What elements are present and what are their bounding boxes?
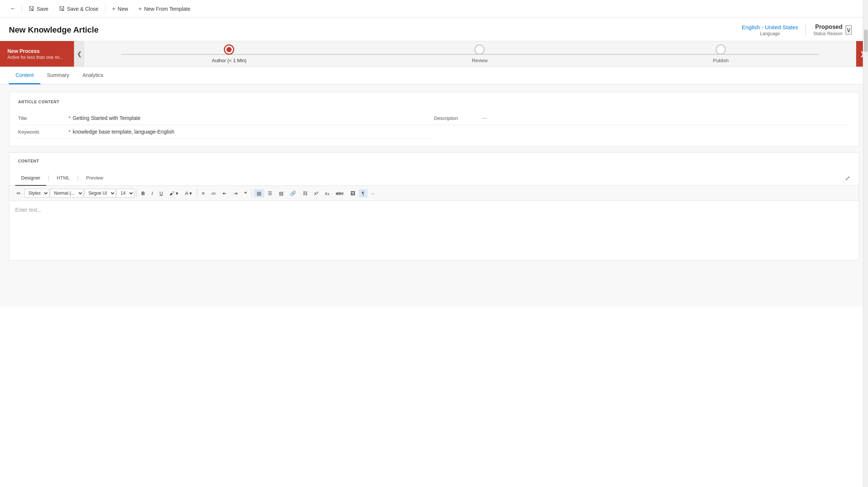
scrollbar-thumb[interactable] bbox=[864, 30, 868, 52]
title-value[interactable]: Getting Started with Template bbox=[73, 115, 140, 121]
keywords-required: * bbox=[68, 129, 70, 135]
status-text: Proposed Status Reason bbox=[813, 24, 842, 36]
highlight-button[interactable]: 🖌 ▾ bbox=[166, 189, 181, 198]
step-label-author: Author (< 1 Min) bbox=[212, 58, 247, 63]
tab-summary[interactable]: Summary bbox=[40, 67, 76, 84]
italic-icon: I bbox=[151, 191, 153, 196]
save-label: Save bbox=[37, 6, 48, 12]
status-chevron-button[interactable]: ∨ bbox=[845, 25, 852, 35]
align-full-button[interactable]: ▤ bbox=[254, 189, 264, 198]
save-close-button[interactable]: 🖫 Save & Close bbox=[54, 3, 104, 14]
process-label-block[interactable]: New Process Active for less than one mi.… bbox=[0, 41, 74, 67]
header-right: English - United States Language Propose… bbox=[734, 24, 859, 36]
status-block: Proposed Status Reason ∨ bbox=[806, 24, 859, 36]
more-button[interactable]: ··· bbox=[368, 189, 378, 198]
editor-expand-button[interactable]: ⤢ bbox=[842, 172, 853, 185]
step-label-publish: Publish bbox=[713, 58, 729, 63]
underline-icon: U bbox=[159, 191, 163, 196]
font-color-button[interactable]: A ▾ bbox=[182, 189, 195, 198]
insert-image-icon: 🖼 bbox=[350, 191, 355, 196]
align-left-icon: ≡ bbox=[202, 191, 205, 196]
indent-icon: ⇥ bbox=[233, 191, 238, 196]
keywords-value[interactable]: knowledge base template, language-Englis… bbox=[73, 129, 174, 135]
eraser-icon: ✏ bbox=[17, 191, 21, 196]
unlink-button[interactable]: ⛓ bbox=[300, 189, 310, 198]
scrollbar[interactable] bbox=[863, 0, 868, 306]
tb-sep-1 bbox=[136, 189, 137, 197]
font-select[interactable]: Segoe UI bbox=[84, 189, 116, 198]
process-steps: Author (< 1 Min) Review Publish bbox=[84, 41, 856, 67]
toolbar-divider-1 bbox=[21, 4, 22, 13]
underline-button[interactable]: U bbox=[157, 189, 166, 198]
new-from-template-label: New From Template bbox=[144, 6, 190, 12]
language-sub: Language bbox=[742, 31, 798, 36]
subscript-icon: x₂ bbox=[325, 191, 329, 196]
step-circle-publish bbox=[716, 44, 726, 55]
new-from-template-button[interactable]: + New From Template bbox=[133, 3, 195, 14]
page-header: New Knowledge Article English - United S… bbox=[0, 18, 868, 41]
content-editor-card: CONTENT Designer | HTML | Preview ⤢ ✏ St… bbox=[9, 152, 859, 261]
strikethrough-button[interactable]: abc bbox=[333, 189, 347, 198]
editor-body[interactable]: Enter text... bbox=[9, 201, 859, 260]
blockquote-icon: ❝ bbox=[244, 191, 247, 196]
process-step-author[interactable]: Author (< 1 Min) bbox=[212, 44, 247, 63]
step-circle-review bbox=[474, 44, 485, 55]
keywords-field-row: Keywords * knowledge base template, lang… bbox=[18, 125, 434, 139]
save-button[interactable]: 🖫 Save bbox=[23, 3, 54, 14]
font-color-icon: A ▾ bbox=[185, 191, 192, 196]
outdent-icon: ⇤ bbox=[223, 191, 227, 196]
indent-button[interactable]: ⇥ bbox=[231, 189, 240, 198]
back-icon: ← bbox=[10, 5, 16, 12]
description-value[interactable]: --- bbox=[482, 115, 487, 121]
editor-tab-preview[interactable]: Preview bbox=[80, 171, 109, 186]
paragraph-select[interactable]: Normal (... bbox=[50, 189, 84, 198]
status-sub: Status Reason bbox=[813, 31, 842, 36]
blockquote-button[interactable]: ❝ bbox=[241, 189, 250, 198]
bold-button[interactable]: B bbox=[138, 189, 148, 198]
align-center-button[interactable]: ☰ bbox=[265, 189, 275, 198]
italic-button[interactable]: I bbox=[148, 189, 156, 198]
save-icon: 🖫 bbox=[28, 6, 34, 12]
tab-content[interactable]: Content bbox=[9, 67, 40, 84]
process-step-review[interactable]: Review bbox=[472, 44, 488, 63]
process-prev-button[interactable]: ❮ bbox=[74, 41, 84, 67]
align-right-button[interactable]: ▤ bbox=[276, 189, 286, 198]
description-field-row: Description --- bbox=[434, 111, 850, 125]
page-title: New Knowledge Article bbox=[9, 25, 98, 35]
outdent-button[interactable]: ⇤ bbox=[220, 189, 230, 198]
bullet-list-button[interactable]: ≔ bbox=[208, 189, 219, 198]
back-button[interactable]: ← bbox=[6, 3, 20, 15]
status-label: Proposed bbox=[813, 24, 842, 30]
special-char-button[interactable]: ¶ bbox=[359, 189, 367, 198]
content-area: ARTICLE CONTENT Title * Getting Started … bbox=[0, 84, 868, 306]
language-link[interactable]: English - United States bbox=[742, 24, 798, 30]
size-select[interactable]: 14 bbox=[117, 189, 134, 198]
link-button[interactable]: 🔗 bbox=[287, 189, 299, 198]
process-label-title: New Process bbox=[7, 48, 67, 54]
new-from-template-icon: + bbox=[138, 6, 142, 12]
styles-select[interactable]: Styles bbox=[24, 189, 49, 198]
tab-analytics[interactable]: Analytics bbox=[76, 67, 110, 84]
new-label: New bbox=[118, 6, 128, 12]
toolbar-divider-2 bbox=[105, 4, 105, 13]
editor-tab-designer[interactable]: Designer bbox=[15, 171, 46, 186]
align-right-icon: ▤ bbox=[279, 191, 283, 196]
title-field-row: Title * Getting Started with Template bbox=[18, 111, 434, 125]
superscript-icon: x² bbox=[314, 191, 318, 196]
insert-image-button[interactable]: 🖼 bbox=[347, 189, 358, 198]
article-fields-grid: Title * Getting Started with Template Ke… bbox=[18, 111, 850, 139]
language-block: English - United States Language bbox=[734, 24, 806, 36]
save-close-label: Save & Close bbox=[67, 6, 98, 12]
editor-tab-html[interactable]: HTML bbox=[51, 171, 75, 186]
align-left-button[interactable]: ≡ bbox=[199, 189, 208, 198]
link-icon: 🔗 bbox=[290, 191, 296, 196]
bullet-list-icon: ≔ bbox=[211, 191, 216, 196]
toolbar-eraser-button[interactable]: ✏ bbox=[14, 189, 24, 198]
process-bar: New Process Active for less than one mi.… bbox=[0, 41, 868, 67]
editor-toolbar: ✏ Styles Normal (... Segoe UI 14 B bbox=[9, 186, 859, 201]
superscript-button[interactable]: x² bbox=[311, 189, 321, 198]
subscript-button[interactable]: x₂ bbox=[322, 189, 332, 198]
process-step-publish[interactable]: Publish bbox=[713, 44, 729, 63]
new-button[interactable]: + New bbox=[107, 3, 133, 14]
article-content-card: ARTICLE CONTENT Title * Getting Started … bbox=[9, 92, 859, 147]
